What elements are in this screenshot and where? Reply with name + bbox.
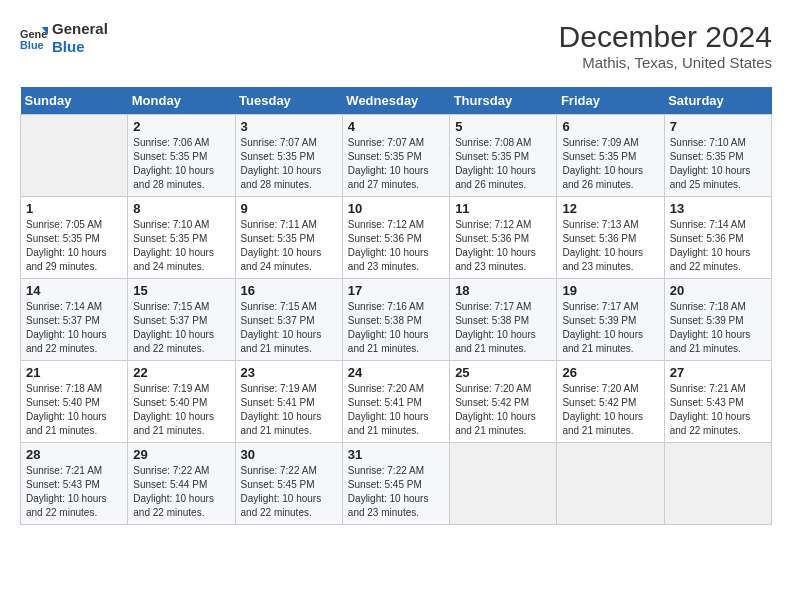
calendar-week-row: 1 Sunrise: 7:05 AM Sunset: 5:35 PM Dayli… bbox=[21, 197, 772, 279]
header-tuesday: Tuesday bbox=[235, 87, 342, 115]
day-info: Sunrise: 7:17 AM Sunset: 5:38 PM Dayligh… bbox=[455, 300, 551, 356]
day-number: 26 bbox=[562, 365, 658, 380]
day-number: 4 bbox=[348, 119, 444, 134]
calendar-title: December 2024 bbox=[559, 20, 772, 54]
calendar-cell: 29 Sunrise: 7:22 AM Sunset: 5:44 PM Dayl… bbox=[128, 443, 235, 525]
day-info: Sunrise: 7:12 AM Sunset: 5:36 PM Dayligh… bbox=[455, 218, 551, 274]
day-info: Sunrise: 7:18 AM Sunset: 5:40 PM Dayligh… bbox=[26, 382, 122, 438]
calendar-cell: 22 Sunrise: 7:19 AM Sunset: 5:40 PM Dayl… bbox=[128, 361, 235, 443]
calendar-week-row: 21 Sunrise: 7:18 AM Sunset: 5:40 PM Dayl… bbox=[21, 361, 772, 443]
page-header: General Blue General Blue December 2024 … bbox=[20, 20, 772, 71]
day-info: Sunrise: 7:22 AM Sunset: 5:44 PM Dayligh… bbox=[133, 464, 229, 520]
day-number: 15 bbox=[133, 283, 229, 298]
calendar-cell: 16 Sunrise: 7:15 AM Sunset: 5:37 PM Dayl… bbox=[235, 279, 342, 361]
header-saturday: Saturday bbox=[664, 87, 771, 115]
day-number: 25 bbox=[455, 365, 551, 380]
day-info: Sunrise: 7:13 AM Sunset: 5:36 PM Dayligh… bbox=[562, 218, 658, 274]
title-block: December 2024 Mathis, Texas, United Stat… bbox=[559, 20, 772, 71]
day-number: 27 bbox=[670, 365, 766, 380]
day-info: Sunrise: 7:15 AM Sunset: 5:37 PM Dayligh… bbox=[133, 300, 229, 356]
calendar-cell: 24 Sunrise: 7:20 AM Sunset: 5:41 PM Dayl… bbox=[342, 361, 449, 443]
day-number: 30 bbox=[241, 447, 337, 462]
header-monday: Monday bbox=[128, 87, 235, 115]
calendar-cell: 7 Sunrise: 7:10 AM Sunset: 5:35 PM Dayli… bbox=[664, 115, 771, 197]
header-thursday: Thursday bbox=[450, 87, 557, 115]
day-number: 13 bbox=[670, 201, 766, 216]
day-number: 29 bbox=[133, 447, 229, 462]
day-number: 22 bbox=[133, 365, 229, 380]
day-info: Sunrise: 7:14 AM Sunset: 5:37 PM Dayligh… bbox=[26, 300, 122, 356]
calendar-cell: 14 Sunrise: 7:14 AM Sunset: 5:37 PM Dayl… bbox=[21, 279, 128, 361]
day-info: Sunrise: 7:16 AM Sunset: 5:38 PM Dayligh… bbox=[348, 300, 444, 356]
calendar-cell: 3 Sunrise: 7:07 AM Sunset: 5:35 PM Dayli… bbox=[235, 115, 342, 197]
day-number: 14 bbox=[26, 283, 122, 298]
day-info: Sunrise: 7:20 AM Sunset: 5:41 PM Dayligh… bbox=[348, 382, 444, 438]
logo-line2: Blue bbox=[52, 38, 108, 56]
day-number: 8 bbox=[133, 201, 229, 216]
calendar-week-row: 14 Sunrise: 7:14 AM Sunset: 5:37 PM Dayl… bbox=[21, 279, 772, 361]
day-number: 21 bbox=[26, 365, 122, 380]
calendar-cell: 20 Sunrise: 7:18 AM Sunset: 5:39 PM Dayl… bbox=[664, 279, 771, 361]
calendar-subtitle: Mathis, Texas, United States bbox=[559, 54, 772, 71]
day-info: Sunrise: 7:05 AM Sunset: 5:35 PM Dayligh… bbox=[26, 218, 122, 274]
day-number: 17 bbox=[348, 283, 444, 298]
day-number: 11 bbox=[455, 201, 551, 216]
day-number: 31 bbox=[348, 447, 444, 462]
day-info: Sunrise: 7:19 AM Sunset: 5:41 PM Dayligh… bbox=[241, 382, 337, 438]
day-number: 18 bbox=[455, 283, 551, 298]
calendar-cell: 25 Sunrise: 7:20 AM Sunset: 5:42 PM Dayl… bbox=[450, 361, 557, 443]
header-wednesday: Wednesday bbox=[342, 87, 449, 115]
day-info: Sunrise: 7:17 AM Sunset: 5:39 PM Dayligh… bbox=[562, 300, 658, 356]
day-number: 16 bbox=[241, 283, 337, 298]
calendar-cell: 10 Sunrise: 7:12 AM Sunset: 5:36 PM Dayl… bbox=[342, 197, 449, 279]
calendar-cell: 17 Sunrise: 7:16 AM Sunset: 5:38 PM Dayl… bbox=[342, 279, 449, 361]
day-number: 2 bbox=[133, 119, 229, 134]
calendar-cell bbox=[557, 443, 664, 525]
calendar-cell: 19 Sunrise: 7:17 AM Sunset: 5:39 PM Dayl… bbox=[557, 279, 664, 361]
day-number: 20 bbox=[670, 283, 766, 298]
day-number: 7 bbox=[670, 119, 766, 134]
day-info: Sunrise: 7:09 AM Sunset: 5:35 PM Dayligh… bbox=[562, 136, 658, 192]
day-number: 10 bbox=[348, 201, 444, 216]
day-number: 12 bbox=[562, 201, 658, 216]
calendar-cell: 1 Sunrise: 7:05 AM Sunset: 5:35 PM Dayli… bbox=[21, 197, 128, 279]
calendar-table: Sunday Monday Tuesday Wednesday Thursday… bbox=[20, 87, 772, 525]
day-info: Sunrise: 7:19 AM Sunset: 5:40 PM Dayligh… bbox=[133, 382, 229, 438]
calendar-cell: 30 Sunrise: 7:22 AM Sunset: 5:45 PM Dayl… bbox=[235, 443, 342, 525]
calendar-cell bbox=[664, 443, 771, 525]
header-sunday: Sunday bbox=[21, 87, 128, 115]
calendar-cell: 28 Sunrise: 7:21 AM Sunset: 5:43 PM Dayl… bbox=[21, 443, 128, 525]
calendar-cell: 8 Sunrise: 7:10 AM Sunset: 5:35 PM Dayli… bbox=[128, 197, 235, 279]
calendar-week-row: 28 Sunrise: 7:21 AM Sunset: 5:43 PM Dayl… bbox=[21, 443, 772, 525]
calendar-cell: 6 Sunrise: 7:09 AM Sunset: 5:35 PM Dayli… bbox=[557, 115, 664, 197]
day-number: 19 bbox=[562, 283, 658, 298]
calendar-cell: 23 Sunrise: 7:19 AM Sunset: 5:41 PM Dayl… bbox=[235, 361, 342, 443]
day-info: Sunrise: 7:22 AM Sunset: 5:45 PM Dayligh… bbox=[241, 464, 337, 520]
calendar-cell: 31 Sunrise: 7:22 AM Sunset: 5:45 PM Dayl… bbox=[342, 443, 449, 525]
calendar-cell: 18 Sunrise: 7:17 AM Sunset: 5:38 PM Dayl… bbox=[450, 279, 557, 361]
calendar-cell: 13 Sunrise: 7:14 AM Sunset: 5:36 PM Dayl… bbox=[664, 197, 771, 279]
day-info: Sunrise: 7:20 AM Sunset: 5:42 PM Dayligh… bbox=[562, 382, 658, 438]
general-blue-logo-icon: General Blue bbox=[20, 24, 48, 52]
day-info: Sunrise: 7:20 AM Sunset: 5:42 PM Dayligh… bbox=[455, 382, 551, 438]
day-info: Sunrise: 7:15 AM Sunset: 5:37 PM Dayligh… bbox=[241, 300, 337, 356]
day-number: 5 bbox=[455, 119, 551, 134]
day-number: 9 bbox=[241, 201, 337, 216]
day-info: Sunrise: 7:06 AM Sunset: 5:35 PM Dayligh… bbox=[133, 136, 229, 192]
days-header-row: Sunday Monday Tuesday Wednesday Thursday… bbox=[21, 87, 772, 115]
calendar-cell: 4 Sunrise: 7:07 AM Sunset: 5:35 PM Dayli… bbox=[342, 115, 449, 197]
calendar-cell: 27 Sunrise: 7:21 AM Sunset: 5:43 PM Dayl… bbox=[664, 361, 771, 443]
day-info: Sunrise: 7:22 AM Sunset: 5:45 PM Dayligh… bbox=[348, 464, 444, 520]
calendar-week-row: 2 Sunrise: 7:06 AM Sunset: 5:35 PM Dayli… bbox=[21, 115, 772, 197]
day-info: Sunrise: 7:07 AM Sunset: 5:35 PM Dayligh… bbox=[241, 136, 337, 192]
day-number: 24 bbox=[348, 365, 444, 380]
calendar-cell bbox=[21, 115, 128, 197]
day-info: Sunrise: 7:11 AM Sunset: 5:35 PM Dayligh… bbox=[241, 218, 337, 274]
day-info: Sunrise: 7:07 AM Sunset: 5:35 PM Dayligh… bbox=[348, 136, 444, 192]
day-info: Sunrise: 7:10 AM Sunset: 5:35 PM Dayligh… bbox=[670, 136, 766, 192]
calendar-cell: 9 Sunrise: 7:11 AM Sunset: 5:35 PM Dayli… bbox=[235, 197, 342, 279]
day-number: 23 bbox=[241, 365, 337, 380]
day-info: Sunrise: 7:08 AM Sunset: 5:35 PM Dayligh… bbox=[455, 136, 551, 192]
day-info: Sunrise: 7:21 AM Sunset: 5:43 PM Dayligh… bbox=[26, 464, 122, 520]
calendar-cell: 12 Sunrise: 7:13 AM Sunset: 5:36 PM Dayl… bbox=[557, 197, 664, 279]
